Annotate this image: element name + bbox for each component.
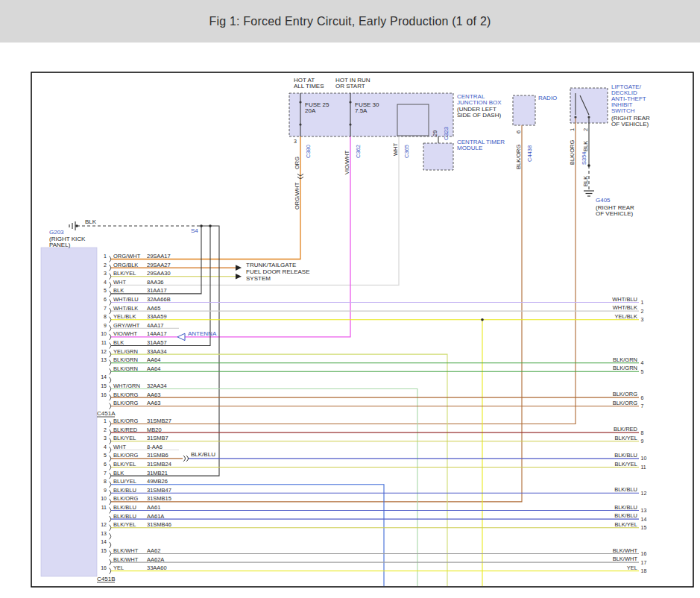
pin-number: 2 [104,427,107,432]
switch-contact [574,116,576,118]
junction-dot [75,224,78,227]
edge-wire-label: BLK/BLU [614,512,637,519]
vertical-wire-label: ORG/WHT [294,182,300,210]
connector-c451b-label: C451B [97,576,115,582]
vertical-wire-label: C323 [443,127,450,140]
pin-number: 14 [101,374,107,380]
pin-circuit-number: AA61A [147,513,164,520]
edge-wire-label: BLK/YEL [615,521,637,528]
pin-circuit-number: 8AA36 [147,279,164,286]
edge-wire-number: 17 [641,560,647,565]
pin-number: 7 [104,470,107,476]
s4-label: S4 [191,227,198,234]
edge-wire-label: WHT/BLK [613,304,637,311]
pin-wire-color: BLK [113,339,124,346]
pin-number: 11 [101,505,107,510]
edge-wire-label: BLK/GRN [613,356,637,363]
pin-circuit-number: 31SMB47 [147,487,171,494]
edge-wire-number: 14 [641,517,647,522]
edge-wire-number: 12 [641,491,647,496]
edge-wire-label: WHT/BLU [612,296,637,303]
edge-wire-label: YEL/BLK [615,313,637,320]
pin-circuit-number: AA62A [147,556,164,563]
pin-circuit-number: 31SMB46 [147,521,171,528]
pin-wire-color: ORG/BLK [113,262,138,268]
g405-label: G405 [596,197,611,204]
edge-wire-number: 6 [641,395,644,400]
pin-wire-color: BLU/YEL [113,478,136,485]
pin-circuit-number: 31SMB6 [147,452,168,459]
edge-wire-label: BLK/RED [614,426,638,432]
pin-number: 6 [104,462,107,467]
pin-number: 2 [104,262,107,268]
pin-number: 15 [101,548,107,553]
c380-pin-label: 3 [294,139,297,144]
pin-wire-color: BLK/BLU [113,513,136,520]
pin-number: 8 [104,314,107,319]
pin-wire-color: BLK/BLU [113,504,136,511]
pin-wire-color: YEL/GRN [113,348,138,355]
g203-wire-label: BLK [85,218,97,225]
connector-block [41,248,97,576]
edge-wire-number: 16 [641,551,647,556]
pin-circuit-number: 33AA60 [147,564,167,571]
edge-wire-number: 1 [641,300,644,305]
pin-wire-color: BLK [113,470,124,476]
pin-circuit-number: 31SMB15 [147,495,171,502]
fuse-25-top-contact [299,101,301,103]
edge-wire-number: 15 [641,525,647,530]
vertical-wire-label: VIO/WHT [344,151,350,174]
pin-wire-color: BLK/ORG [113,452,139,459]
pin-circuit-number: 31MB21 [147,470,168,476]
pin-number: 3 [104,435,107,441]
pin-circuit-number: 14AA17 [147,330,167,337]
pin-circuit-number: 29SAA17 [147,253,171,259]
g203-label: G203 [49,229,64,236]
pin-circuit-number: AA64 [147,365,160,372]
fuse-25-label: 20A [305,107,316,114]
figure-title: Fig 1: Forced Entry Circuit, Early Produ… [209,15,491,28]
junction-dot [587,164,590,167]
pin-wire-color: BLK/YEL [113,435,136,441]
junction-dot [209,224,212,227]
pin-wire-color: BLK/GRN [113,365,138,372]
pin-number: 5 [104,288,107,293]
connector-c451a-label: C451A [97,410,116,417]
liftgate-switch-location-label: OF VEHICLE) [611,121,649,128]
pin-number: 10 [101,331,107,336]
pin-number: 11 [101,340,107,345]
vertical-wire-label: C380 [305,145,312,158]
pin-number: 9 [104,488,107,493]
junction-dot [200,224,203,227]
pin-circuit-number: AA63 [147,391,160,398]
edge-wire-label: BLK/YEL [615,461,637,468]
vertical-wire-label: 2 [582,128,589,131]
pin-wire-color: YEL/BLK [113,313,136,320]
pin-number: 16 [101,392,107,397]
pin-number: 16 [101,565,107,570]
pin-number: 6 [104,297,107,302]
hot-in-run-label: OR START [335,83,365,89]
pin-number: 13 [101,531,107,536]
edge-wire-label: YEL [627,564,637,571]
vertical-wire-label: WHT [392,143,399,156]
pin-wire-color: YEL [113,564,124,571]
edge-wire-number: 9 [641,438,644,444]
radio-label: RADIO [538,95,557,101]
antenna-label: ANTENNA [188,330,217,337]
pin-circuit-number: AA62 [147,547,160,554]
pin-number: 10 [101,496,107,501]
figure-title-bar: Fig 1: Forced Entry Circuit, Early Produ… [0,0,700,43]
vertical-wire-label: S354 [581,151,587,165]
vertical-wire-label: ORG [294,157,300,169]
pin-circuit-number: AA65 [147,305,160,312]
edge-wire-label: BLK/ORG [613,391,638,397]
trunk-release-label: FUEL DOOR RELEASE [246,268,310,275]
vertical-wire-label: C4438 [526,145,533,162]
pin-number: 1 [104,254,107,259]
pin-wire-color: WHT/GRN [113,383,140,389]
radio-box [513,95,535,125]
pin-wire-color: BLK/WHT [113,556,139,563]
trunk-release-label: SYSTEM [246,275,271,282]
pin-wire-color: BLK/GRN [113,356,138,363]
